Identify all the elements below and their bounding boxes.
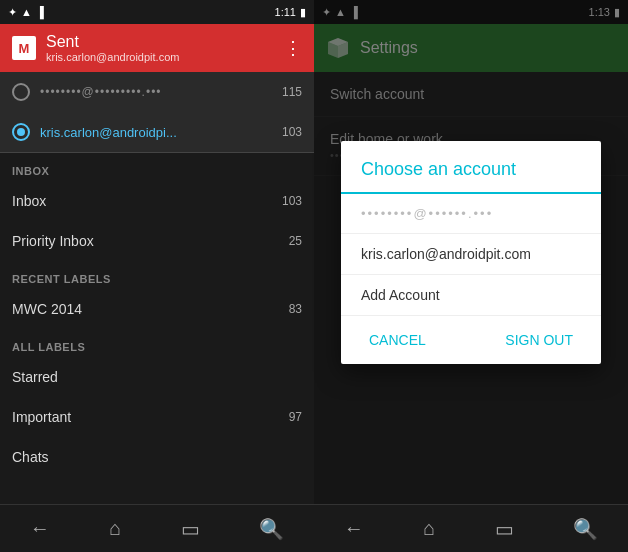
dialog-account-item-2[interactable]: kris.carlon@androidpit.com bbox=[341, 234, 601, 275]
right-panel: ✦ ▲ ▐ 1:13 ▮ Settings Switch account Edi… bbox=[314, 0, 628, 552]
nav-label-starred: Starred bbox=[12, 369, 302, 385]
nav-count-inbox: 103 bbox=[282, 194, 302, 208]
nav-item-mwc[interactable]: MWC 2014 83 bbox=[0, 289, 314, 329]
nav-label-important: Important bbox=[12, 409, 289, 425]
account-email-1: ••••••••@•••••••••.••• bbox=[40, 85, 272, 99]
nav-count-important: 97 bbox=[289, 410, 302, 424]
section-header-inbox: INBOX bbox=[0, 153, 314, 181]
battery-icon: ▮ bbox=[300, 6, 306, 19]
right-home-button[interactable]: ⌂ bbox=[407, 509, 451, 548]
right-search-button[interactable]: 🔍 bbox=[557, 509, 614, 549]
account-item-1[interactable]: ••••••••@•••••••••.••• 115 bbox=[0, 72, 314, 112]
search-button[interactable]: 🔍 bbox=[243, 509, 300, 549]
account-count-2: 103 bbox=[282, 125, 302, 139]
nav-item-inbox[interactable]: Inbox 103 bbox=[0, 181, 314, 221]
radio-unselected[interactable] bbox=[12, 83, 30, 101]
dialog-add-account[interactable]: Add Account bbox=[341, 275, 601, 316]
dialog-account-email-1: ••••••••@••••••.••• bbox=[361, 206, 581, 221]
radio-inner bbox=[17, 128, 25, 136]
dialog-account-item-1[interactable]: ••••••••@••••••.••• bbox=[341, 194, 601, 234]
left-status-icons: ✦ ▲ ▐ bbox=[8, 6, 44, 19]
nav-item-starred[interactable]: Starred bbox=[0, 357, 314, 397]
nav-item-chats[interactable]: Chats bbox=[0, 437, 314, 477]
dialog-title: Choose an account bbox=[341, 141, 601, 194]
section-header-recent: RECENT LABELS bbox=[0, 261, 314, 289]
menu-button[interactable]: ⋮ bbox=[284, 37, 302, 59]
right-recents-button[interactable]: ▭ bbox=[479, 509, 530, 549]
choose-account-dialog: Choose an account ••••••••@••••••.••• kr… bbox=[341, 141, 601, 364]
section-header-all: ALL LABELS bbox=[0, 329, 314, 357]
right-bottom-nav: ← ⌂ ▭ 🔍 bbox=[314, 504, 628, 552]
dialog-buttons: Cancel Sign out bbox=[341, 316, 601, 364]
left-bottom-nav: ← ⌂ ▭ 🔍 bbox=[0, 504, 314, 552]
dialog-overlay: Choose an account ••••••••@••••••.••• kr… bbox=[314, 0, 628, 504]
nav-count-priority: 25 bbox=[289, 234, 302, 248]
nav-item-important[interactable]: Important 97 bbox=[0, 397, 314, 437]
nav-label-priority: Priority Inbox bbox=[12, 233, 289, 249]
back-button[interactable]: ← bbox=[14, 509, 66, 548]
nav-count-mwc: 83 bbox=[289, 302, 302, 316]
signal-icon: ▐ bbox=[36, 6, 44, 18]
nav-label-mwc: MWC 2014 bbox=[12, 301, 289, 317]
dialog-add-account-label: Add Account bbox=[361, 287, 581, 303]
nav-item-priority[interactable]: Priority Inbox 25 bbox=[0, 221, 314, 261]
recents-button[interactable]: ▭ bbox=[165, 509, 216, 549]
account-email-2: kris.carlon@androidpi... bbox=[40, 125, 272, 140]
radio-selected[interactable] bbox=[12, 123, 30, 141]
left-status-bar: ✦ ▲ ▐ 1:11 ▮ bbox=[0, 0, 314, 24]
dialog-account-email-2: kris.carlon@androidpit.com bbox=[361, 246, 581, 262]
nav-label-inbox: Inbox bbox=[12, 193, 282, 209]
bluetooth-icon: ✦ bbox=[8, 6, 17, 19]
signout-button[interactable]: Sign out bbox=[489, 324, 589, 356]
gmail-icon: M bbox=[12, 36, 36, 60]
nav-label-chats: Chats bbox=[12, 449, 302, 465]
left-status-right: 1:11 ▮ bbox=[275, 6, 306, 19]
header-text: Sent kris.carlon@androidpit.com bbox=[46, 33, 274, 63]
header-title: Sent bbox=[46, 33, 274, 51]
left-panel: ✦ ▲ ▐ 1:11 ▮ M Sent kris.carlon@androidp… bbox=[0, 0, 314, 552]
cancel-button[interactable]: Cancel bbox=[353, 324, 442, 356]
wifi-icon: ▲ bbox=[21, 6, 32, 18]
nav-list: INBOX Inbox 103 Priority Inbox 25 RECENT… bbox=[0, 153, 314, 504]
account-item-2[interactable]: kris.carlon@androidpi... 103 bbox=[0, 112, 314, 152]
left-time: 1:11 bbox=[275, 6, 296, 18]
account-count-1: 115 bbox=[282, 85, 302, 99]
account-list: ••••••••@•••••••••.••• 115 kris.carlon@a… bbox=[0, 72, 314, 153]
home-button[interactable]: ⌂ bbox=[93, 509, 137, 548]
right-back-button[interactable]: ← bbox=[328, 509, 380, 548]
left-header: M Sent kris.carlon@androidpit.com ⋮ bbox=[0, 24, 314, 72]
header-subtitle: kris.carlon@androidpit.com bbox=[46, 51, 274, 63]
